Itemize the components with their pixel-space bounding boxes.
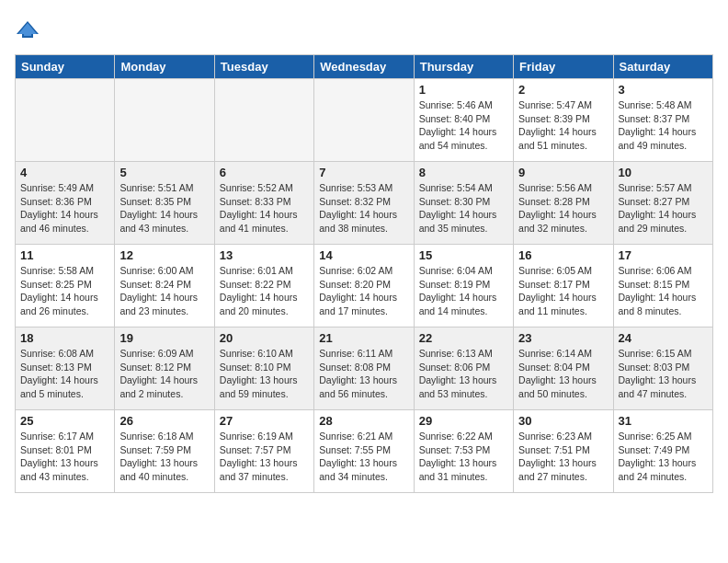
calendar-day-cell: 23Sunrise: 6:14 AM Sunset: 8:04 PM Dayli… [514,327,613,410]
day-number: 20 [220,331,309,345]
calendar-day-cell: 28Sunrise: 6:21 AM Sunset: 7:55 PM Dayli… [314,410,414,493]
day-number: 26 [119,414,209,428]
calendar-week-row: 11Sunrise: 5:58 AM Sunset: 8:25 PM Dayli… [16,245,713,327]
calendar-day-cell: 14Sunrise: 6:02 AM Sunset: 8:20 PM Dayli… [314,245,414,327]
day-number: 6 [220,166,309,179]
day-number: 22 [419,331,508,345]
calendar-day-cell [314,79,414,162]
weekday-header: Thursday [414,55,513,79]
calendar-day-cell [214,79,313,162]
day-info: Sunrise: 6:15 AM Sunset: 8:03 PM Dayligh… [619,347,708,401]
day-info: Sunrise: 6:22 AM Sunset: 7:53 PM Dayligh… [419,430,508,484]
calendar-day-cell: 10Sunrise: 5:57 AM Sunset: 8:27 PM Dayli… [613,162,712,245]
day-number: 25 [20,414,109,428]
day-info: Sunrise: 5:48 AM Sunset: 8:37 PM Dayligh… [619,98,708,153]
day-info: Sunrise: 6:14 AM Sunset: 8:04 PM Dayligh… [518,347,608,401]
day-info: Sunrise: 5:57 AM Sunset: 8:27 PM Dayligh… [619,181,708,236]
calendar-day-cell [115,79,214,162]
calendar-day-cell: 30Sunrise: 6:23 AM Sunset: 7:51 PM Dayli… [514,410,613,493]
calendar-day-cell [16,79,115,162]
calendar-day-cell: 12Sunrise: 6:00 AM Sunset: 8:24 PM Dayli… [115,245,214,327]
day-number: 30 [518,414,608,428]
weekday-header: Saturday [613,55,712,79]
calendar-day-cell: 26Sunrise: 6:18 AM Sunset: 7:59 PM Dayli… [115,410,214,493]
calendar-day-cell: 11Sunrise: 5:58 AM Sunset: 8:25 PM Dayli… [16,245,115,327]
day-number: 18 [20,331,109,345]
calendar-day-cell: 9Sunrise: 5:56 AM Sunset: 8:28 PM Daylig… [514,162,613,245]
calendar-day-cell: 6Sunrise: 5:52 AM Sunset: 8:33 PM Daylig… [214,162,313,245]
day-info: Sunrise: 6:11 AM Sunset: 8:08 PM Dayligh… [319,347,408,401]
day-number: 19 [119,331,209,345]
logo-icon [17,18,39,40]
calendar-day-cell: 31Sunrise: 6:25 AM Sunset: 7:49 PM Dayli… [613,410,712,493]
day-info: Sunrise: 5:46 AM Sunset: 8:40 PM Dayligh… [419,98,508,153]
day-number: 17 [619,248,708,262]
calendar-day-cell: 22Sunrise: 6:13 AM Sunset: 8:06 PM Dayli… [414,327,513,410]
day-info: Sunrise: 6:19 AM Sunset: 7:57 PM Dayligh… [220,430,309,484]
weekday-header: Monday [115,55,214,79]
calendar-header-row: SundayMondayTuesdayWednesdayThursdayFrid… [16,55,713,79]
day-info: Sunrise: 6:08 AM Sunset: 8:13 PM Dayligh… [20,347,109,401]
day-info: Sunrise: 6:13 AM Sunset: 8:06 PM Dayligh… [419,347,508,401]
day-info: Sunrise: 5:54 AM Sunset: 8:30 PM Dayligh… [419,181,508,236]
calendar-day-cell: 16Sunrise: 6:05 AM Sunset: 8:17 PM Dayli… [514,245,613,327]
calendar-day-cell: 15Sunrise: 6:04 AM Sunset: 8:19 PM Dayli… [414,245,513,327]
day-number: 24 [619,331,708,345]
day-number: 12 [119,248,209,262]
calendar-day-cell: 27Sunrise: 6:19 AM Sunset: 7:57 PM Dayli… [214,410,313,493]
day-number: 16 [518,248,608,262]
day-number: 13 [220,248,309,262]
day-info: Sunrise: 6:06 AM Sunset: 8:15 PM Dayligh… [619,264,708,318]
day-number: 8 [419,166,508,179]
day-info: Sunrise: 6:17 AM Sunset: 8:01 PM Dayligh… [20,430,109,484]
day-info: Sunrise: 5:56 AM Sunset: 8:28 PM Dayligh… [518,181,608,236]
calendar-day-cell: 8Sunrise: 5:54 AM Sunset: 8:30 PM Daylig… [414,162,513,245]
weekday-header: Tuesday [214,55,313,79]
day-number: 23 [518,331,608,345]
day-info: Sunrise: 6:21 AM Sunset: 7:55 PM Dayligh… [319,430,408,484]
day-info: Sunrise: 6:04 AM Sunset: 8:19 PM Dayligh… [419,264,508,318]
day-info: Sunrise: 5:51 AM Sunset: 8:35 PM Dayligh… [119,181,209,236]
calendar-day-cell: 1Sunrise: 5:46 AM Sunset: 8:40 PM Daylig… [414,79,513,162]
day-info: Sunrise: 5:58 AM Sunset: 8:25 PM Dayligh… [20,264,109,318]
day-info: Sunrise: 5:52 AM Sunset: 8:33 PM Dayligh… [220,181,309,236]
day-info: Sunrise: 5:47 AM Sunset: 8:39 PM Dayligh… [518,98,608,153]
calendar-week-row: 25Sunrise: 6:17 AM Sunset: 8:01 PM Dayli… [16,410,713,493]
day-info: Sunrise: 6:10 AM Sunset: 8:10 PM Dayligh… [220,347,309,401]
calendar-week-row: 4Sunrise: 5:49 AM Sunset: 8:36 PM Daylig… [16,162,713,245]
day-info: Sunrise: 6:01 AM Sunset: 8:22 PM Dayligh… [220,264,309,318]
calendar-week-row: 1Sunrise: 5:46 AM Sunset: 8:40 PM Daylig… [16,79,713,162]
day-number: 15 [419,248,508,262]
day-info: Sunrise: 6:02 AM Sunset: 8:20 PM Dayligh… [319,264,408,318]
day-info: Sunrise: 5:49 AM Sunset: 8:36 PM Dayligh… [20,181,109,236]
day-number: 31 [619,414,708,428]
calendar-day-cell: 4Sunrise: 5:49 AM Sunset: 8:36 PM Daylig… [16,162,115,245]
calendar-day-cell: 7Sunrise: 5:53 AM Sunset: 8:32 PM Daylig… [314,162,414,245]
calendar-day-cell: 24Sunrise: 6:15 AM Sunset: 8:03 PM Dayli… [613,327,712,410]
calendar-day-cell: 18Sunrise: 6:08 AM Sunset: 8:13 PM Dayli… [16,327,115,410]
calendar-day-cell: 21Sunrise: 6:11 AM Sunset: 8:08 PM Dayli… [314,327,414,410]
logo [15,18,39,45]
day-number: 2 [518,83,608,97]
calendar-day-cell: 2Sunrise: 5:47 AM Sunset: 8:39 PM Daylig… [514,79,613,162]
calendar-day-cell: 17Sunrise: 6:06 AM Sunset: 8:15 PM Dayli… [613,245,712,327]
day-number: 5 [119,166,209,179]
day-number: 27 [220,414,309,428]
calendar-day-cell: 19Sunrise: 6:09 AM Sunset: 8:12 PM Dayli… [115,327,214,410]
calendar-day-cell: 3Sunrise: 5:48 AM Sunset: 8:37 PM Daylig… [613,79,712,162]
day-info: Sunrise: 6:18 AM Sunset: 7:59 PM Dayligh… [119,430,209,484]
weekday-header: Sunday [16,55,115,79]
day-info: Sunrise: 6:25 AM Sunset: 7:49 PM Dayligh… [619,430,708,484]
day-number: 4 [20,166,109,179]
page-header [15,15,713,45]
day-info: Sunrise: 6:05 AM Sunset: 8:17 PM Dayligh… [518,264,608,318]
day-number: 11 [20,248,109,262]
calendar-day-cell: 13Sunrise: 6:01 AM Sunset: 8:22 PM Dayli… [214,245,313,327]
day-info: Sunrise: 6:00 AM Sunset: 8:24 PM Dayligh… [119,264,209,318]
day-number: 21 [319,331,408,345]
day-number: 14 [319,248,408,262]
calendar-day-cell: 20Sunrise: 6:10 AM Sunset: 8:10 PM Dayli… [214,327,313,410]
day-number: 1 [419,83,508,97]
calendar-day-cell: 5Sunrise: 5:51 AM Sunset: 8:35 PM Daylig… [115,162,214,245]
day-number: 7 [319,166,408,179]
